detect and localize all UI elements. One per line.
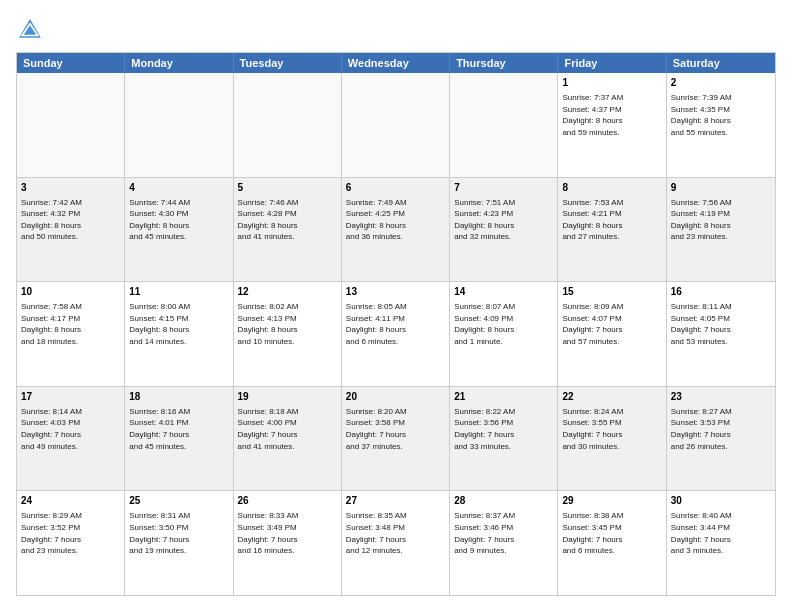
day-cell-12: 12Sunrise: 8:02 AM Sunset: 4:13 PM Dayli…: [234, 282, 342, 386]
day-cell-28: 28Sunrise: 8:37 AM Sunset: 3:46 PM Dayli…: [450, 491, 558, 595]
day-cell-11: 11Sunrise: 8:00 AM Sunset: 4:15 PM Dayli…: [125, 282, 233, 386]
day-number: 1: [562, 76, 661, 90]
empty-cell-0-3: [342, 73, 450, 177]
day-info: Sunrise: 8:22 AM Sunset: 3:56 PM Dayligh…: [454, 406, 553, 452]
day-cell-15: 15Sunrise: 8:09 AM Sunset: 4:07 PM Dayli…: [558, 282, 666, 386]
day-cell-4: 4Sunrise: 7:44 AM Sunset: 4:30 PM Daylig…: [125, 178, 233, 282]
day-number: 29: [562, 494, 661, 508]
day-info: Sunrise: 8:07 AM Sunset: 4:09 PM Dayligh…: [454, 301, 553, 347]
day-info: Sunrise: 7:49 AM Sunset: 4:25 PM Dayligh…: [346, 197, 445, 243]
day-cell-14: 14Sunrise: 8:07 AM Sunset: 4:09 PM Dayli…: [450, 282, 558, 386]
day-info: Sunrise: 7:46 AM Sunset: 4:28 PM Dayligh…: [238, 197, 337, 243]
logo-icon: [16, 16, 44, 44]
day-cell-25: 25Sunrise: 8:31 AM Sunset: 3:50 PM Dayli…: [125, 491, 233, 595]
day-info: Sunrise: 8:35 AM Sunset: 3:48 PM Dayligh…: [346, 510, 445, 556]
calendar-header: SundayMondayTuesdayWednesdayThursdayFrid…: [17, 53, 775, 73]
day-info: Sunrise: 8:20 AM Sunset: 3:58 PM Dayligh…: [346, 406, 445, 452]
day-info: Sunrise: 8:00 AM Sunset: 4:15 PM Dayligh…: [129, 301, 228, 347]
day-info: Sunrise: 8:16 AM Sunset: 4:01 PM Dayligh…: [129, 406, 228, 452]
day-info: Sunrise: 8:18 AM Sunset: 4:00 PM Dayligh…: [238, 406, 337, 452]
day-cell-26: 26Sunrise: 8:33 AM Sunset: 3:49 PM Dayli…: [234, 491, 342, 595]
day-cell-24: 24Sunrise: 8:29 AM Sunset: 3:52 PM Dayli…: [17, 491, 125, 595]
day-number: 22: [562, 390, 661, 404]
header-day-thursday: Thursday: [450, 53, 558, 73]
day-number: 26: [238, 494, 337, 508]
day-number: 14: [454, 285, 553, 299]
calendar-row-2: 10Sunrise: 7:58 AM Sunset: 4:17 PM Dayli…: [17, 281, 775, 386]
day-number: 12: [238, 285, 337, 299]
day-cell-10: 10Sunrise: 7:58 AM Sunset: 4:17 PM Dayli…: [17, 282, 125, 386]
day-info: Sunrise: 8:02 AM Sunset: 4:13 PM Dayligh…: [238, 301, 337, 347]
day-number: 27: [346, 494, 445, 508]
logo: [16, 16, 48, 44]
calendar-body: 1Sunrise: 7:37 AM Sunset: 4:37 PM Daylig…: [17, 73, 775, 595]
header-day-wednesday: Wednesday: [342, 53, 450, 73]
day-info: Sunrise: 8:29 AM Sunset: 3:52 PM Dayligh…: [21, 510, 120, 556]
day-info: Sunrise: 8:14 AM Sunset: 4:03 PM Dayligh…: [21, 406, 120, 452]
header: [16, 16, 776, 44]
day-cell-3: 3Sunrise: 7:42 AM Sunset: 4:32 PM Daylig…: [17, 178, 125, 282]
day-cell-5: 5Sunrise: 7:46 AM Sunset: 4:28 PM Daylig…: [234, 178, 342, 282]
day-info: Sunrise: 7:44 AM Sunset: 4:30 PM Dayligh…: [129, 197, 228, 243]
empty-cell-0-0: [17, 73, 125, 177]
calendar-row-4: 24Sunrise: 8:29 AM Sunset: 3:52 PM Dayli…: [17, 490, 775, 595]
day-number: 23: [671, 390, 771, 404]
header-day-tuesday: Tuesday: [234, 53, 342, 73]
day-cell-9: 9Sunrise: 7:56 AM Sunset: 4:19 PM Daylig…: [667, 178, 775, 282]
day-number: 18: [129, 390, 228, 404]
day-cell-1: 1Sunrise: 7:37 AM Sunset: 4:37 PM Daylig…: [558, 73, 666, 177]
day-info: Sunrise: 7:42 AM Sunset: 4:32 PM Dayligh…: [21, 197, 120, 243]
day-info: Sunrise: 8:05 AM Sunset: 4:11 PM Dayligh…: [346, 301, 445, 347]
day-info: Sunrise: 7:37 AM Sunset: 4:37 PM Dayligh…: [562, 92, 661, 138]
header-day-sunday: Sunday: [17, 53, 125, 73]
day-info: Sunrise: 7:51 AM Sunset: 4:23 PM Dayligh…: [454, 197, 553, 243]
day-cell-19: 19Sunrise: 8:18 AM Sunset: 4:00 PM Dayli…: [234, 387, 342, 491]
day-info: Sunrise: 8:40 AM Sunset: 3:44 PM Dayligh…: [671, 510, 771, 556]
day-cell-16: 16Sunrise: 8:11 AM Sunset: 4:05 PM Dayli…: [667, 282, 775, 386]
day-number: 24: [21, 494, 120, 508]
empty-cell-0-4: [450, 73, 558, 177]
day-number: 10: [21, 285, 120, 299]
day-cell-20: 20Sunrise: 8:20 AM Sunset: 3:58 PM Dayli…: [342, 387, 450, 491]
day-info: Sunrise: 8:11 AM Sunset: 4:05 PM Dayligh…: [671, 301, 771, 347]
day-number: 28: [454, 494, 553, 508]
day-number: 30: [671, 494, 771, 508]
day-cell-13: 13Sunrise: 8:05 AM Sunset: 4:11 PM Dayli…: [342, 282, 450, 386]
day-cell-30: 30Sunrise: 8:40 AM Sunset: 3:44 PM Dayli…: [667, 491, 775, 595]
day-cell-21: 21Sunrise: 8:22 AM Sunset: 3:56 PM Dayli…: [450, 387, 558, 491]
empty-cell-0-2: [234, 73, 342, 177]
day-number: 21: [454, 390, 553, 404]
day-number: 4: [129, 181, 228, 195]
day-info: Sunrise: 8:31 AM Sunset: 3:50 PM Dayligh…: [129, 510, 228, 556]
day-info: Sunrise: 7:39 AM Sunset: 4:35 PM Dayligh…: [671, 92, 771, 138]
day-info: Sunrise: 8:38 AM Sunset: 3:45 PM Dayligh…: [562, 510, 661, 556]
day-number: 2: [671, 76, 771, 90]
page: SundayMondayTuesdayWednesdayThursdayFrid…: [0, 0, 792, 612]
day-number: 13: [346, 285, 445, 299]
day-number: 7: [454, 181, 553, 195]
day-number: 6: [346, 181, 445, 195]
day-info: Sunrise: 7:58 AM Sunset: 4:17 PM Dayligh…: [21, 301, 120, 347]
header-day-monday: Monday: [125, 53, 233, 73]
day-info: Sunrise: 7:56 AM Sunset: 4:19 PM Dayligh…: [671, 197, 771, 243]
calendar-row-3: 17Sunrise: 8:14 AM Sunset: 4:03 PM Dayli…: [17, 386, 775, 491]
day-cell-7: 7Sunrise: 7:51 AM Sunset: 4:23 PM Daylig…: [450, 178, 558, 282]
day-cell-18: 18Sunrise: 8:16 AM Sunset: 4:01 PM Dayli…: [125, 387, 233, 491]
day-cell-22: 22Sunrise: 8:24 AM Sunset: 3:55 PM Dayli…: [558, 387, 666, 491]
day-number: 8: [562, 181, 661, 195]
calendar-row-0: 1Sunrise: 7:37 AM Sunset: 4:37 PM Daylig…: [17, 73, 775, 177]
day-number: 16: [671, 285, 771, 299]
day-info: Sunrise: 8:27 AM Sunset: 3:53 PM Dayligh…: [671, 406, 771, 452]
header-day-friday: Friday: [558, 53, 666, 73]
header-day-saturday: Saturday: [667, 53, 775, 73]
day-cell-29: 29Sunrise: 8:38 AM Sunset: 3:45 PM Dayli…: [558, 491, 666, 595]
day-info: Sunrise: 8:24 AM Sunset: 3:55 PM Dayligh…: [562, 406, 661, 452]
day-cell-23: 23Sunrise: 8:27 AM Sunset: 3:53 PM Dayli…: [667, 387, 775, 491]
day-number: 20: [346, 390, 445, 404]
day-number: 17: [21, 390, 120, 404]
day-info: Sunrise: 7:53 AM Sunset: 4:21 PM Dayligh…: [562, 197, 661, 243]
day-number: 11: [129, 285, 228, 299]
day-cell-8: 8Sunrise: 7:53 AM Sunset: 4:21 PM Daylig…: [558, 178, 666, 282]
empty-cell-0-1: [125, 73, 233, 177]
calendar-row-1: 3Sunrise: 7:42 AM Sunset: 4:32 PM Daylig…: [17, 177, 775, 282]
